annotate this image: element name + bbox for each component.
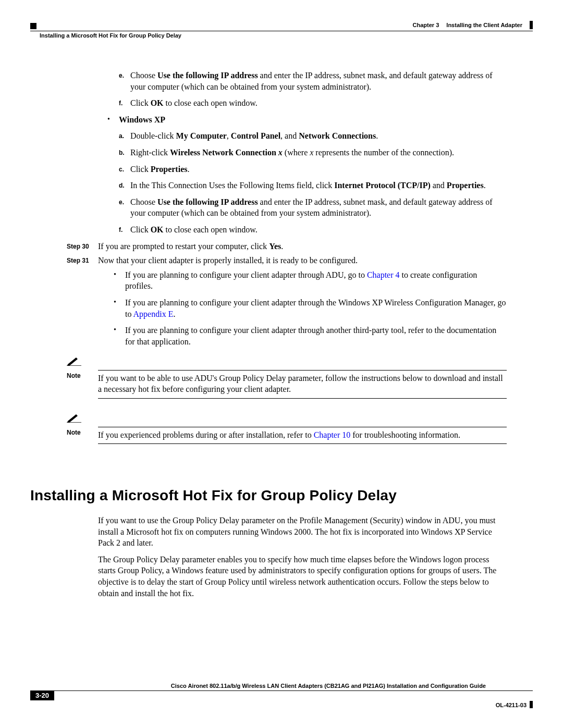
list-body: Click OK to close each open window. xyxy=(130,224,507,236)
text: Right-click xyxy=(130,148,170,157)
list-marker: f. xyxy=(119,97,130,109)
list-body: Choose Use the following IP address and … xyxy=(130,196,507,219)
note-body: If you experienced problems during or af… xyxy=(98,427,507,441)
bullet-icon: • xyxy=(114,297,125,319)
text: . xyxy=(187,165,189,174)
para-2: The Group Policy Delay parameter enables… xyxy=(98,554,507,599)
note-block-2: Note If you experienced problems during … xyxy=(67,413,507,444)
list-body: Click OK to close each open window. xyxy=(130,97,507,109)
step-30: Step 30 If you are prompted to restart y… xyxy=(30,241,533,252)
bold-text: Control Panel xyxy=(231,131,280,140)
pencil-icon xyxy=(67,413,81,426)
text: If you are planning to configure your cl… xyxy=(125,298,506,318)
text: In the This Connection Uses the Followin… xyxy=(130,181,334,190)
bullet-icon: • xyxy=(114,269,125,292)
bullet-item: • If you are planning to configure your … xyxy=(114,297,507,319)
text: Click xyxy=(130,98,151,107)
bar-marker-icon xyxy=(530,21,533,29)
step-31-bullets: • If you are planning to configure your … xyxy=(114,269,507,348)
step-label: Step 31 xyxy=(67,255,98,266)
chapter-label: Chapter 3 xyxy=(413,22,439,28)
bold-text: OK xyxy=(151,98,164,107)
windows-xp-label: Windows XP xyxy=(119,114,165,126)
chapter-title: Installing the Client Adapter xyxy=(446,22,522,28)
text: , and xyxy=(280,131,299,140)
square-marker-icon xyxy=(30,23,36,29)
heading-hotfix: Installing a Microsoft Hot Fix for Group… xyxy=(30,486,533,505)
footer-guide-title: Cisco Aironet 802.11a/b/g Wireless LAN C… xyxy=(30,683,533,689)
text: Choose xyxy=(130,198,157,206)
step-body: If you are prompted to restart your comp… xyxy=(98,241,507,252)
document-page: Chapter 3 Installing the Client Adapter … xyxy=(0,0,563,728)
list-item-f: f. Click OK to close each open window. xyxy=(119,97,507,109)
bullet-item: • If you are planning to configure your … xyxy=(114,269,507,292)
text: (where xyxy=(283,148,310,157)
list-body: Click Properties. xyxy=(130,164,507,175)
list-item-f: f. Click OK to close each open window. xyxy=(119,224,507,236)
list-item-a: a. Double-click My Computer, Control Pan… xyxy=(119,130,507,142)
note-body: If you want to be able to use ADU's Grou… xyxy=(98,370,507,395)
bullet-item: • If you are planning to configure your … xyxy=(114,325,507,347)
bold-text: Properties xyxy=(447,181,484,190)
list-body: Right-click Wireless Network Connection … xyxy=(130,147,507,158)
step-label: Step 30 xyxy=(67,241,98,252)
pencil-icon xyxy=(67,356,81,369)
link-appendix-e[interactable]: Appendix E xyxy=(133,310,174,318)
list-item-b: b. Right-click Wireless Network Connecti… xyxy=(119,147,507,158)
list-body: Double-click My Computer, Control Panel,… xyxy=(130,130,507,142)
note-row: Note If you experienced problems during … xyxy=(67,427,507,441)
bold-text: Network Connections xyxy=(299,131,376,140)
bold-text: Use the following IP address xyxy=(157,71,258,80)
text: If you are planning to configure your cl… xyxy=(125,270,367,279)
content-area: e. Choose Use the following IP address a… xyxy=(30,70,533,599)
text: to close each open window. xyxy=(164,98,258,107)
list-item-c: c. Click Properties. xyxy=(119,164,507,175)
footer-bar: 3-20 xyxy=(30,690,533,700)
text: and xyxy=(431,181,447,190)
text: Choose xyxy=(130,71,157,80)
section-title: Installing a Microsoft Hot Fix for Group… xyxy=(40,32,181,39)
page-header: Chapter 3 Installing the Client Adapter xyxy=(30,21,533,29)
page-number: 3-20 xyxy=(30,690,54,700)
bold-text: Use the following IP address xyxy=(157,198,258,206)
text: If you experienced problems during or af… xyxy=(98,430,314,439)
bold-text: Internet Protocol (TCP/IP) xyxy=(334,181,431,190)
text: , xyxy=(227,131,231,140)
list-marker: f. xyxy=(119,224,130,236)
bold-text: Yes xyxy=(269,242,281,251)
page-footer: Cisco Aironet 802.11a/b/g Wireless LAN C… xyxy=(30,683,533,708)
note-row: Note If you want to be able to use ADU's… xyxy=(67,370,507,395)
list-marker: b. xyxy=(119,147,130,158)
italic-text: x xyxy=(278,148,283,157)
note-label: Note xyxy=(67,370,98,395)
list-marker: c. xyxy=(119,164,130,175)
ordered-list-continued: e. Choose Use the following IP address a… xyxy=(119,70,507,109)
bold-text: Wireless Network Connection xyxy=(170,148,278,157)
list-marker: e. xyxy=(119,196,130,219)
windows-xp-steps: a. Double-click My Computer, Control Pan… xyxy=(119,130,507,235)
list-marker: e. xyxy=(119,70,130,92)
bullet-icon: • xyxy=(107,114,119,126)
note-label: Note xyxy=(67,427,98,441)
bold-text: Properties xyxy=(151,165,188,174)
list-body: In the This Connection Uses the Followin… xyxy=(130,180,507,191)
header-right: Chapter 3 Installing the Client Adapter xyxy=(413,21,533,29)
note-rule xyxy=(98,443,507,444)
step-31: Step 31 Now that your client adapter is … xyxy=(30,255,533,266)
footer-doc-id: OL-4211-03 xyxy=(496,700,527,708)
list-item-e: e. Choose Use the following IP address a… xyxy=(119,70,507,92)
bullet-body: If you are planning to configure your cl… xyxy=(125,325,507,347)
link-chapter-4[interactable]: Chapter 4 xyxy=(367,270,400,279)
section-running-title: Installing a Microsoft Hot Fix for Group… xyxy=(30,32,533,39)
text: If you are prompted to restart your comp… xyxy=(98,242,269,251)
list-item-d: d. In the This Connection Uses the Follo… xyxy=(119,180,507,191)
bullet-body: If you are planning to configure your cl… xyxy=(125,269,507,292)
text: . xyxy=(484,181,486,190)
note-rule xyxy=(98,398,507,399)
text: represents the number of the connection)… xyxy=(313,148,454,157)
header-left xyxy=(30,23,36,29)
footer-doc-row: OL-4211-03 xyxy=(30,700,533,708)
footer-rule xyxy=(54,690,533,700)
text: Click xyxy=(130,225,151,234)
link-chapter-10[interactable]: Chapter 10 xyxy=(314,430,351,439)
